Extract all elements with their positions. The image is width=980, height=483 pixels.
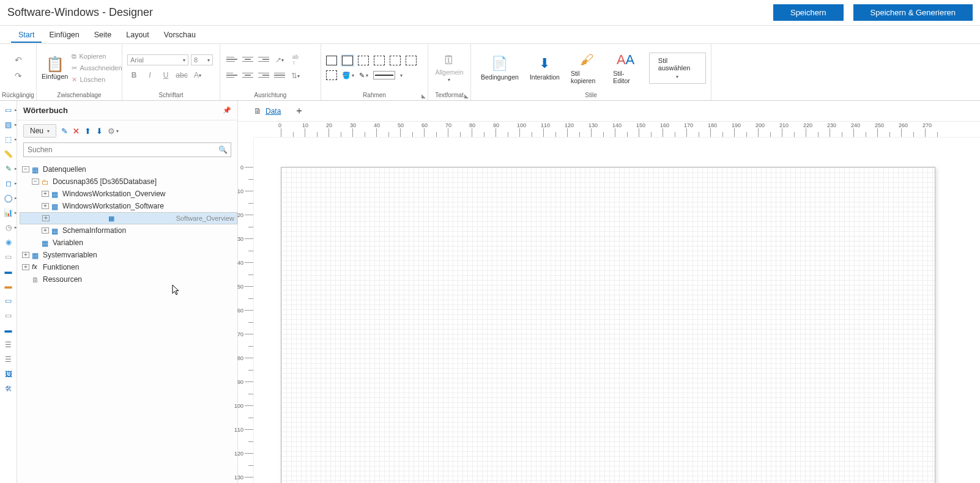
tree-table-wws[interactable]: + ▦ WindowsWorkstation_Software [20, 200, 237, 212]
main-area: ▭▸ ▤▸ ⬚▸ 📏 ✎▸ ◻▸ ◯▸ 📊▸ ◷▸ ◉ ▭ ▬ ▬ ▭ ▭ ▬ … [0, 101, 980, 483]
save-generate-button[interactable]: Speichern & Generieren [853, 4, 973, 21]
align-left[interactable] [225, 70, 239, 81]
tree-functions[interactable]: + fx Funktionen [20, 261, 237, 273]
redo-icon[interactable]: ↷ [15, 71, 22, 81]
delete-button[interactable]: ✕Löschen [72, 76, 122, 84]
italic-button[interactable]: I [143, 69, 157, 81]
tab-start[interactable]: Start [11, 27, 42, 43]
save-button[interactable]: Speichern [773, 4, 844, 21]
conditions-button[interactable]: 📄 Bedingungen [481, 55, 519, 81]
move-up-icon[interactable]: ⬆ [84, 127, 91, 136]
interaction-button[interactable]: ⬇ Interaktion [530, 55, 560, 81]
expand-icon[interactable]: + [22, 252, 29, 258]
cut-button[interactable]: ✂Ausschneiden [72, 64, 122, 72]
move-down-icon[interactable]: ⬇ [96, 127, 103, 136]
tool-text[interactable]: ⬚▸ [3, 134, 14, 145]
edit-icon[interactable]: ✎ [61, 127, 68, 136]
border-color-button[interactable]: ✎▾ [359, 72, 368, 79]
delete-icon[interactable]: ✕ [73, 127, 80, 136]
angle-button[interactable]: ↗▾ [273, 54, 286, 66]
border-left[interactable] [374, 56, 385, 65]
tree-variables[interactable]: ▦ Variablen [20, 237, 237, 249]
align-justify[interactable] [273, 70, 286, 81]
new-button[interactable]: Neu ▾ [23, 124, 56, 138]
textformat-button[interactable]: 🗓 Allgemein ▾ [435, 53, 463, 83]
expand-icon[interactable]: + [42, 203, 49, 209]
textformat-launcher-icon[interactable]: ◣ [464, 93, 469, 99]
tool-gauge1[interactable]: ◷▸ [3, 222, 14, 233]
align-top-left[interactable] [225, 54, 239, 65]
align-right[interactable] [257, 70, 270, 81]
settings-icon[interactable]: ⚙▾ [108, 127, 119, 136]
style-select-button[interactable]: Stil auswählen ▾ [649, 53, 706, 84]
paste-button[interactable]: 📋 Einfügen [42, 56, 68, 80]
align-top-right[interactable] [257, 54, 270, 65]
tool-panel6[interactable]: ▬ [3, 325, 14, 336]
tool-select[interactable]: ▭▸ [3, 105, 14, 116]
tool-panel3[interactable]: ▬ [3, 281, 14, 292]
border-top[interactable] [358, 56, 369, 65]
align-top-center[interactable] [241, 54, 254, 65]
tab-preview[interactable]: Vorschau [157, 27, 203, 43]
tree-sysvars[interactable]: + ▦ Systemvariablen [20, 249, 237, 261]
expand-icon[interactable]: + [42, 227, 49, 234]
tool-panel4[interactable]: ▭ [3, 295, 14, 306]
copy-style-button[interactable]: 🖌 Stil kopieren [571, 51, 602, 84]
tool-table2[interactable]: ☰ [3, 354, 14, 365]
font-color-button[interactable]: A▾ [191, 69, 204, 81]
tree-resources[interactable]: 🗎 Ressourcen [20, 273, 237, 286]
tab-insert[interactable]: Einfügen [42, 27, 86, 43]
doc-tab-data[interactable]: 🗎 Data [248, 104, 287, 118]
tree-table-software-overview[interactable]: + ▦ Software_Overview [20, 212, 237, 224]
tool-panel1[interactable]: ▭ [3, 251, 14, 262]
font-name-select[interactable]: Arial▾ [127, 54, 188, 65]
tool-image[interactable]: 🖼 [3, 369, 14, 380]
underline-button[interactable]: U [159, 69, 173, 81]
tool-panel2[interactable]: ▬ [3, 266, 14, 277]
tab-page[interactable]: Seite [87, 27, 119, 43]
tool-chart[interactable]: 📊▸ [3, 207, 14, 218]
tool-band[interactable]: ▤▸ [3, 119, 14, 130]
tree-datasources[interactable]: − ▦ Datenquellen [20, 163, 237, 175]
border-launcher-icon[interactable]: ◣ [421, 93, 426, 99]
expand-icon[interactable]: + [22, 264, 29, 270]
style-editor-button[interactable]: AA Stil-Editor [613, 51, 638, 84]
tree-source-docusnap[interactable]: − 🗀 Docusnap365 [Ds365Database] [20, 175, 237, 188]
search-icon[interactable]: 🔍 [218, 146, 228, 154]
tool-wrench[interactable]: 🛠 [3, 383, 14, 394]
pin-icon[interactable]: 📌 [223, 106, 231, 114]
design-canvas[interactable] [254, 138, 980, 483]
tool-shape1[interactable]: ◻▸ [3, 178, 14, 189]
border-all[interactable] [326, 56, 337, 65]
tool-table1[interactable]: ☰ [3, 339, 14, 350]
design-page[interactable] [281, 167, 935, 483]
copy-button[interactable]: ⧉Kopieren [72, 53, 122, 61]
tree-table-schema[interactable]: + ▦ SchemaInformation [20, 224, 237, 237]
border-bottom[interactable] [406, 56, 417, 65]
wrap-letters-button[interactable]: ab↕ [289, 54, 302, 66]
tab-layout[interactable]: Layout [119, 27, 157, 43]
tool-shape2[interactable]: ◯▸ [3, 193, 14, 204]
expand-icon[interactable]: + [42, 191, 49, 197]
tool-panel5[interactable]: ▭ [3, 310, 14, 321]
tool-pen[interactable]: ✎▸ [3, 163, 14, 174]
search-input[interactable] [23, 142, 231, 157]
border-right[interactable] [390, 56, 401, 65]
border-none[interactable] [326, 70, 337, 80]
undo-icon[interactable]: ↶ [15, 55, 22, 65]
add-tab-button[interactable]: ＋ [289, 102, 309, 120]
border-style-select[interactable] [373, 71, 395, 79]
border-outside[interactable] [342, 56, 353, 65]
collapse-icon[interactable]: − [22, 166, 29, 172]
collapse-icon[interactable]: − [32, 179, 39, 185]
line-spacing-button[interactable]: ⇅▾ [289, 70, 302, 82]
bold-button[interactable]: B [127, 69, 141, 81]
fill-color-button[interactable]: 🪣▾ [342, 72, 354, 79]
expand-icon[interactable]: + [42, 215, 50, 221]
tool-gauge2[interactable]: ◉ [3, 237, 14, 248]
strike-button[interactable]: abc [175, 69, 188, 81]
align-center[interactable] [241, 70, 254, 81]
tool-ruler[interactable]: 📏 [3, 149, 14, 160]
tree-table-wwo[interactable]: + ▦ WindowsWorkstation_Overview [20, 188, 237, 200]
font-size-select[interactable]: 8▾ [191, 54, 213, 65]
